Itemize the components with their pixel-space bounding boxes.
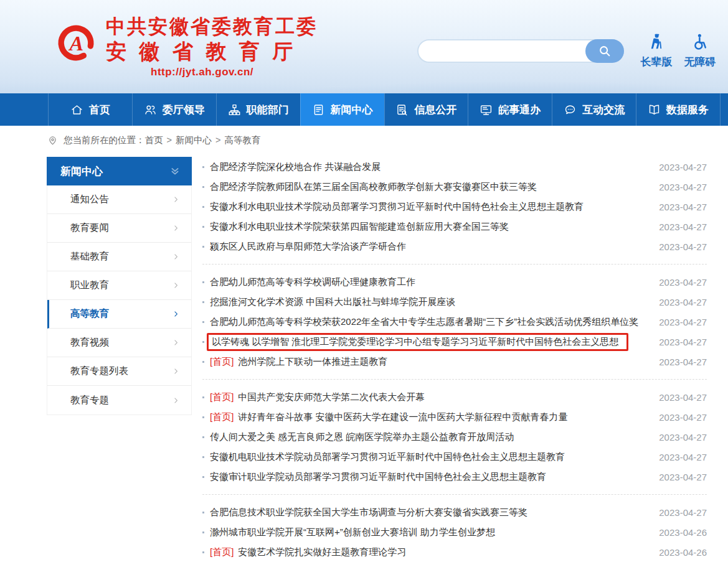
elder-version-link[interactable]: 长辈版 [636, 32, 676, 69]
bullet-icon [202, 476, 204, 478]
sidebar-menu: 通知公告 教育要闻 基础教育 职业教育 高等教育 教育视频 教育专题列表 教育专… [47, 185, 192, 415]
news-group-separator [202, 379, 707, 380]
nav-item[interactable]: 委厅领导 [132, 93, 216, 126]
news-date: 2023-04-27 [651, 202, 707, 212]
sidebar-item[interactable]: 通知公告 [47, 185, 191, 214]
news-date: 2023-04-27 [651, 222, 707, 232]
nav-item[interactable]: 职能部门 [216, 93, 300, 126]
news-link[interactable]: 合肥经济学院教师团队在第三届全国高校教师教学创新大赛安徽赛区中获三等奖 [210, 181, 537, 193]
sidebar-item-label: 通知公告 [70, 193, 109, 206]
news-link[interactable]: 安徽水利水电职业技术学院荣获第四届智能建造创新应用大赛全国三等奖 [210, 221, 509, 233]
news-date: 2023-04-26 [651, 547, 707, 558]
nav-item[interactable]: 数据服务 [636, 93, 721, 126]
news-date: 2023-04-26 [651, 527, 707, 538]
site-url: http://jyt.ah.gov.cn/ [151, 66, 318, 78]
sidebar-item[interactable]: 教育专题 [47, 386, 191, 414]
icon-news [312, 103, 325, 116]
news-row: [首页] 讲好青年奋斗故事 安徽中医药大学在建设一流中医药大学新征程中贡献青春力… [202, 407, 707, 427]
news-link[interactable]: 颍东区人民政府与阜阳师范大学洽谈产学研合作 [210, 241, 406, 253]
chevron-right-icon [172, 195, 180, 204]
news-date: 2023-04-27 [651, 317, 707, 327]
breadcrumb-path: 首页 > 新闻中心 > 高等教育 [145, 134, 261, 146]
sidebar-item[interactable]: 教育专题列表 [47, 357, 191, 386]
nav-item-label: 首页 [89, 103, 110, 117]
news-group-separator [202, 264, 707, 265]
nav-item[interactable]: 信息公开 [384, 93, 468, 126]
bullet-icon [202, 321, 204, 323]
news-date: 2023-04-27 [651, 452, 707, 462]
news-link[interactable]: 安徽机电职业技术学院动员部署学习贯彻习近平新时代中国特色社会主义思想主题教育 [210, 451, 565, 463]
sidebar-item[interactable]: 职业教育 [47, 271, 191, 300]
sidebar-header[interactable]: 新闻中心 [47, 157, 192, 185]
icon-sitemap [228, 103, 241, 116]
news-title: 安徽艺术学院扎实做好主题教育理论学习 [238, 546, 406, 558]
news-row: 合肥幼儿师范高等专科学校调研心理健康教育工作 2023-04-27 [202, 272, 707, 292]
nav-item[interactable]: 首页 [48, 93, 132, 126]
sidebar-item-label: 教育视频 [70, 336, 109, 349]
breadcrumb-link[interactable]: 高等教育 [225, 135, 261, 145]
wheelchair-icon [691, 32, 709, 51]
sidebar-item[interactable]: 高等教育 [47, 300, 191, 329]
news-link[interactable]: 以学铸魂 以学增智 淮北理工学院党委理论学习中心组专题学习习近平新时代中国特色社… [207, 333, 628, 351]
nav-item[interactable]: 皖事通办 [468, 93, 552, 126]
sidebar: 新闻中心 通知公告 教育要闻 基础教育 职业教育 高等教育 教育视频 教育专题列… [47, 157, 192, 415]
elder-version-label: 长辈版 [636, 55, 676, 69]
news-date: 2023-04-27 [651, 337, 707, 347]
news-link[interactable]: 传人间大爱之美 感无言良师之恩 皖南医学院举办主题公益教育开放周活动 [210, 431, 514, 443]
news-link[interactable]: [首页] 中国共产党安庆师范大学第二次代表大会开幕 [210, 391, 425, 403]
nav-item-label: 委厅领导 [163, 103, 205, 117]
breadcrumb-link[interactable]: 首页 [145, 135, 163, 145]
nav-item-label: 互动交流 [582, 103, 625, 117]
news-title: 合肥幼儿师范高等专科学校荣获2022年全省大中专学生志愿者暑期“三下乡”社会实践… [210, 316, 638, 328]
news-date: 2023-04-27 [651, 392, 707, 403]
news-link[interactable]: 合肥经济学院深化校地合作 共谋融合发展 [210, 161, 381, 173]
accessibility-link[interactable]: 无障碍 [680, 32, 720, 69]
news-title: 安徽机电职业技术学院动员部署学习贯彻习近平新时代中国特色社会主义思想主题教育 [210, 451, 565, 463]
bullet-icon [202, 361, 204, 363]
news-link[interactable]: 滁州城市职业学院开展“互联网+”创新创业大赛培训 助力学生创业梦想 [210, 527, 495, 538]
news-link[interactable]: 挖掘淮河文化学术资源 中国科大出版社与蚌埠学院开展座谈 [210, 296, 455, 308]
news-link[interactable]: [首页] 安徽艺术学院扎实做好主题教育理论学习 [210, 546, 406, 558]
search-button[interactable] [585, 39, 624, 63]
news-date: 2023-04-27 [651, 277, 707, 288]
icon-docsearch [395, 103, 409, 116]
icon-people [144, 103, 157, 116]
site-logo[interactable]: A 中共安徽省委教育工委 安徽省教育厅 http://jyt.ah.gov.cn… [55, 15, 318, 78]
sidebar-item[interactable]: 教育视频 [47, 329, 191, 357]
bullet-icon [202, 456, 204, 458]
news-tag: [首页] [210, 356, 234, 368]
sidebar-item[interactable]: 基础教育 [47, 243, 191, 271]
news-link[interactable]: 安徽水利水电职业技术学院动员部署学习贯彻习近平新时代中国特色社会主义思想主题教育 [210, 201, 584, 213]
sidebar-item-label: 基础教育 [70, 250, 109, 263]
news-link[interactable]: 合肥幼儿师范高等专科学校荣获2022年全省大中专学生志愿者暑期“三下乡”社会实践… [210, 316, 638, 328]
breadcrumb-link[interactable]: 新闻中心 [176, 135, 212, 145]
bullet-icon [202, 436, 204, 438]
breadcrumb-prefix: 您当前所在的位置： [64, 134, 145, 146]
nav-item-label: 数据服务 [666, 103, 709, 117]
news-link[interactable]: 合肥幼儿师范高等专科学校调研心理健康教育工作 [210, 276, 415, 288]
news-date: 2023-04-27 [651, 182, 707, 192]
site-header: A 中共安徽省委教育工委 安徽省教育厅 http://jyt.ah.gov.cn… [0, 0, 728, 93]
news-title: 合肥经济学院教师团队在第三届全国高校教师教学创新大赛安徽赛区中获三等奖 [210, 181, 537, 193]
bullet-icon [202, 166, 204, 168]
news-link[interactable]: [首页] 讲好青年奋斗故事 安徽中医药大学在建设一流中医药大学新征程中贡献青春力… [210, 411, 568, 423]
main-content: 新闻中心 通知公告 教育要闻 基础教育 职业教育 高等教育 教育视频 教育专题列… [0, 154, 728, 562]
icon-chat [564, 103, 577, 116]
chevrons-down-icon [168, 164, 182, 178]
news-row: [首页] 中国共产党安庆师范大学第二次代表大会开幕 2023-04-27 [202, 387, 707, 407]
nav-item[interactable]: 新闻中心 [300, 93, 384, 126]
news-link[interactable]: [首页] 池州学院上下联动一体推进主题教育 [210, 356, 387, 368]
bullet-icon [202, 246, 204, 248]
news-row: 安徽审计职业学院动员部署学习贯彻习近平新时代中国特色社会主义思想主题教育 202… [202, 467, 707, 487]
news-link[interactable]: 安徽审计职业学院动员部署学习贯彻习近平新时代中国特色社会主义思想主题教育 [210, 471, 546, 483]
sidebar-item[interactable]: 教育要闻 [47, 214, 191, 243]
breadcrumb-separator: > [164, 135, 175, 145]
news-group-separator [202, 494, 707, 495]
news-title: 合肥幼儿师范高等专科学校调研心理健康教育工作 [210, 276, 415, 288]
news-tag: [首页] [210, 546, 234, 558]
news-link[interactable]: 合肥信息技术职业学院获全国大学生市场调查与分析大赛安徽省实践赛三等奖 [210, 507, 527, 518]
bullet-icon [202, 532, 204, 533]
nav-item[interactable]: 互动交流 [552, 93, 636, 126]
news-row: 安徽水利水电职业技术学院荣获第四届智能建造创新应用大赛全国三等奖 2023-04… [202, 217, 707, 237]
news-title: 挖掘淮河文化学术资源 中国科大出版社与蚌埠学院开展座谈 [210, 296, 455, 308]
